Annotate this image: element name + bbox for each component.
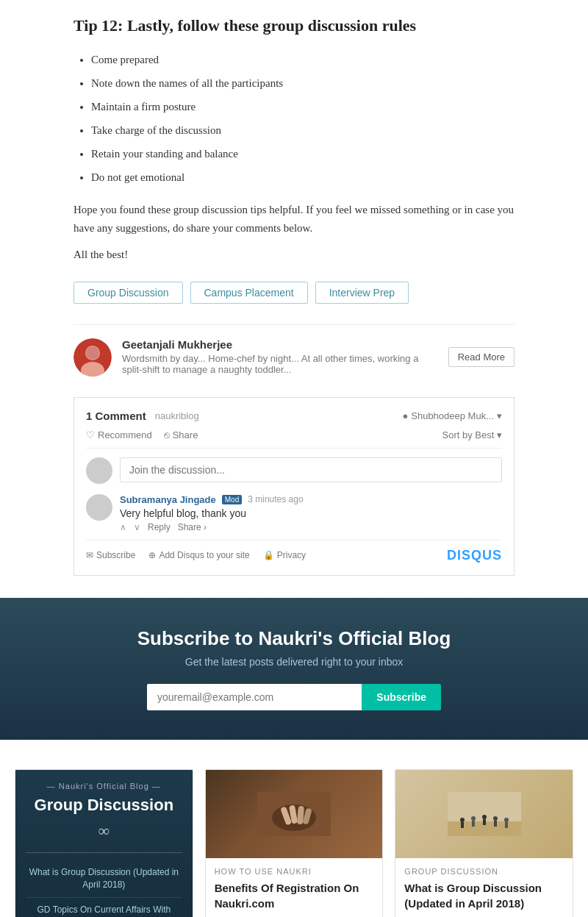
- author-bio: Wordsmith by day... Home-chef by night..…: [122, 353, 438, 375]
- disqus-brand-logo: DISQUS: [447, 548, 502, 563]
- disqus-site-name: naukriblog: [155, 410, 199, 421]
- related-post-card-2: GROUP DISCUSSION What is Group Discussio…: [395, 769, 573, 917]
- disqus-comment-count: 1 Comment: [86, 410, 146, 422]
- tag-campus-placement[interactable]: Campus Placement: [190, 282, 308, 304]
- tag-group-discussion[interactable]: Group Discussion: [74, 282, 183, 304]
- dark-card-links: What is Group Discussion (Updated in Apr…: [15, 853, 193, 917]
- disqus-actions: ♡ Recommend ⎋ Share Sort by Best ▾: [86, 429, 502, 449]
- svg-rect-19: [494, 821, 497, 827]
- comment-row: Subramanya Jingade Mod 3 minutes ago Ver…: [86, 494, 502, 532]
- comment-time: 3 minutes ago: [248, 494, 303, 504]
- related-post-image-2: [395, 770, 573, 858]
- author-info: Geetanjali Mukherjee Wordsmith by day...…: [122, 338, 438, 375]
- comment-body: Subramanya Jingade Mod 3 minutes ago Ver…: [120, 494, 502, 532]
- related-posts-section: — Naukri's Official Blog — Group Discuss…: [0, 769, 588, 917]
- dark-card-icon: ∞: [26, 821, 182, 841]
- related-post-category-1: HOW TO USE NAUKRI: [215, 867, 374, 876]
- dark-card-link-2[interactable]: GD Topics On Current Affairs With Answer…: [26, 898, 182, 917]
- comment-input-field[interactable]: [120, 457, 502, 482]
- author-avatar: [74, 338, 112, 377]
- subscribe-subtitle: Get the latest posts delivered right to …: [15, 656, 573, 668]
- svg-rect-15: [472, 821, 475, 827]
- all-best-text: All the best!: [74, 249, 514, 261]
- dark-card-link-1[interactable]: What is Group Discussion (Updated in Apr…: [26, 860, 182, 898]
- related-post-title-1[interactable]: Benefits Of Registration On Naukri.com: [215, 880, 374, 911]
- user-avatar-icon: ●: [402, 410, 408, 421]
- sort-label: Sort by Best: [442, 429, 495, 440]
- tip-item-6: Do not get emotional: [91, 168, 514, 186]
- disqus-header: 1 Comment naukriblog ● Shubhodeep Muk...…: [86, 410, 502, 422]
- tip-item-1: Come prepared: [91, 51, 514, 68]
- related-post-image-1: [206, 770, 383, 858]
- disqus-privacy-link[interactable]: 🔒 Privacy: [263, 550, 306, 560]
- subscribe-button[interactable]: Subscribe: [362, 684, 441, 710]
- disqus-footer: ✉ Subscribe ⊕ Add Disqus to your site 🔒 …: [86, 540, 502, 563]
- related-post-body-2: GROUP DISCUSSION What is Group Discussio…: [395, 858, 573, 917]
- svg-rect-13: [461, 822, 464, 828]
- comment-share-button[interactable]: Share ›: [178, 522, 207, 532]
- disqus-sort-dropdown[interactable]: Sort by Best ▾: [442, 429, 502, 440]
- svg-rect-17: [483, 819, 486, 825]
- comment-input-row: [86, 457, 502, 484]
- svg-rect-21: [505, 822, 508, 828]
- disqus-recommend-button[interactable]: ♡ Recommend: [86, 429, 152, 440]
- disqus-footer-links: ✉ Subscribe ⊕ Add Disqus to your site 🔒 …: [86, 550, 306, 560]
- comment-user-avatar: [86, 457, 112, 484]
- subscribe-form: Subscribe: [147, 684, 441, 710]
- dark-card-header: — Naukri's Official Blog — Group Discuss…: [15, 770, 193, 853]
- sort-chevron-icon: ▾: [497, 429, 502, 440]
- disqus-user-chevron: ▾: [497, 410, 502, 421]
- related-post-body-1: HOW TO USE NAUKRI Benefits Of Registrati…: [206, 858, 383, 917]
- author-section: Geetanjali Mukherjee Wordsmith by day...…: [74, 324, 514, 390]
- comment-text: Very helpful blog, thank you: [120, 507, 502, 519]
- tip-item-3: Maintain a firm posture: [91, 98, 514, 115]
- commenter-name[interactable]: Subramanya Jingade: [120, 494, 216, 505]
- dark-card-title: Group Discussion: [26, 795, 182, 816]
- dark-card-blog-label: — Naukri's Official Blog —: [26, 782, 182, 791]
- privacy-label: Privacy: [277, 550, 306, 560]
- disqus-header-left: 1 Comment naukriblog: [86, 410, 199, 422]
- author-read-more-button[interactable]: Read More: [448, 347, 514, 367]
- tip-item-2: Note down the names of all the participa…: [91, 74, 514, 92]
- author-name: Geetanjali Mukherjee: [122, 338, 438, 351]
- tags-section: Group Discussion Campus Placement Interv…: [74, 282, 514, 304]
- disqus-subscribe-link[interactable]: ✉ Subscribe: [86, 550, 135, 560]
- svg-point-20: [504, 818, 509, 822]
- heart-icon: ♡: [86, 429, 95, 440]
- disqus-add-link[interactable]: ⊕ Add Disqus to your site: [148, 550, 249, 560]
- subscribe-title: Subscribe to Naukri's Official Blog: [15, 627, 573, 650]
- related-posts-sidebar-card: — Naukri's Official Blog — Group Discuss…: [15, 769, 193, 917]
- add-disqus-label: Add Disqus to your site: [159, 550, 249, 560]
- comment-reply-button[interactable]: Reply: [148, 522, 171, 532]
- lock-icon: 🔒: [263, 550, 274, 560]
- disqus-share-button[interactable]: ⎋ Share: [164, 429, 198, 440]
- closing-paragraph: Hope you found these group discussion ti…: [74, 201, 514, 238]
- related-post-card-1: HOW TO USE NAUKRI Benefits Of Registrati…: [205, 769, 384, 917]
- recommend-label: Recommend: [98, 429, 152, 440]
- svg-point-18: [493, 816, 498, 821]
- commenter-avatar: [86, 494, 112, 521]
- svg-point-16: [482, 815, 487, 819]
- commenter-badge: Mod: [222, 495, 242, 504]
- tag-interview-prep[interactable]: Interview Prep: [315, 282, 409, 304]
- tip-title: Tip 12: Lastly, follow these group discu…: [74, 15, 514, 38]
- downvote-button[interactable]: ∨: [134, 522, 140, 532]
- subscribe-email-input[interactable]: [147, 684, 362, 710]
- tip-list: Come prepared Note down the names of all…: [74, 51, 514, 186]
- comment-actions: ∧ ∨ Reply Share ›: [120, 522, 502, 532]
- disqus-username: Shubhodeep Muk...: [411, 410, 494, 421]
- email-icon: ✉: [86, 550, 93, 560]
- svg-point-3: [86, 346, 99, 360]
- related-post-title-2[interactable]: What is Group Discussion (Updated in Apr…: [404, 880, 564, 911]
- related-post-category-2: GROUP DISCUSSION: [404, 867, 564, 876]
- tip-item-4: Take charge of the discussion: [91, 121, 514, 139]
- subscribe-footer-label: Subscribe: [96, 550, 135, 560]
- disqus-actions-left: ♡ Recommend ⎋ Share: [86, 429, 198, 440]
- svg-point-12: [460, 818, 465, 822]
- tip-item-5: Retain your standing and balance: [91, 145, 514, 163]
- comment-meta: Subramanya Jingade Mod 3 minutes ago: [120, 494, 502, 505]
- share-icon: ⎋: [164, 429, 170, 440]
- upvote-button[interactable]: ∧: [120, 522, 126, 532]
- disqus-logged-in-user[interactable]: ● Shubhodeep Muk... ▾: [402, 410, 502, 421]
- subscribe-section: Subscribe to Naukri's Official Blog Get …: [0, 598, 588, 740]
